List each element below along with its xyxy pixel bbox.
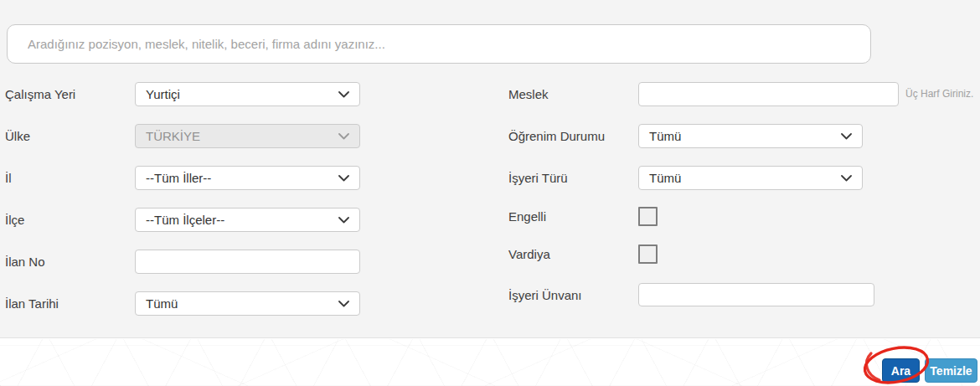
footer-bar: Kamu ilanlarına başvuru rehberine ulaşma…	[0, 339, 980, 386]
field-label-ilan-tarihi: İlan Tarihi	[5, 291, 59, 316]
select-value: --Tüm İller--	[146, 171, 211, 185]
chevron-down-icon	[338, 133, 349, 140]
ilce-select[interactable]: --Tüm İlçeler--	[135, 208, 360, 232]
engelli-checkbox[interactable]	[638, 207, 658, 226]
select-value: Tümü	[649, 171, 681, 185]
field-label-ulke: Ülke	[5, 124, 30, 148]
field-label-meslek: Meslek	[508, 82, 549, 106]
chevron-down-icon	[841, 175, 852, 182]
field-label-ilce: İlçe	[5, 208, 24, 232]
chevron-down-icon	[841, 133, 852, 140]
vardiya-checkbox[interactable]	[638, 244, 658, 264]
isyeri-unvani-input[interactable]	[638, 283, 874, 306]
chevron-down-icon	[338, 91, 349, 98]
select-value: Tümü	[649, 129, 681, 143]
ogrenim-durumu-select[interactable]: Tümü	[638, 124, 863, 148]
select-value: TÜRKİYE	[146, 129, 200, 143]
field-label-ilan-no: İlan No	[5, 250, 45, 274]
field-label-isyeri-unvani: İşyeri Ünvanı	[508, 283, 582, 306]
job-search-page: Çalışma Yeri Yurtiçi Ülke TÜRKİYE İl --T…	[0, 0, 980, 386]
meslek-hint: Üç Harf Giriniz.	[905, 88, 973, 100]
ilan-tarihi-select[interactable]: Tümü	[135, 291, 360, 316]
field-label-engelli: Engelli	[508, 207, 546, 226]
meslek-input[interactable]	[638, 82, 899, 106]
field-label-calisma-yeri: Çalışma Yeri	[5, 82, 75, 106]
select-value: Tümü	[146, 296, 178, 311]
search-filter-panel: Çalışma Yeri Yurtiçi Ülke TÜRKİYE İl --T…	[0, 0, 980, 338]
temizle-button[interactable]: Temizle	[925, 358, 977, 383]
field-label-ogrenim-durumu: Öğrenim Durumu	[508, 124, 605, 148]
field-label-isyeri-turu: İşyeri Türü	[508, 166, 568, 190]
chevron-down-icon	[338, 175, 349, 182]
il-select[interactable]: --Tüm İller--	[135, 166, 360, 190]
ara-button[interactable]: Ara	[882, 358, 920, 383]
field-label-vardiya: Vardiya	[508, 244, 550, 264]
chevron-down-icon	[338, 301, 349, 307]
ulke-select: TÜRKİYE	[135, 124, 360, 148]
keyword-search-input[interactable]	[7, 24, 871, 64]
ilan-no-input[interactable]	[135, 250, 360, 274]
select-value: Yurtiçi	[146, 87, 180, 101]
chevron-down-icon	[338, 217, 349, 224]
calisma-yeri-select[interactable]: Yurtiçi	[135, 82, 360, 106]
select-value: --Tüm İlçeler--	[146, 213, 224, 227]
isyeri-turu-select[interactable]: Tümü	[638, 166, 863, 190]
field-label-il: İl	[5, 166, 12, 190]
